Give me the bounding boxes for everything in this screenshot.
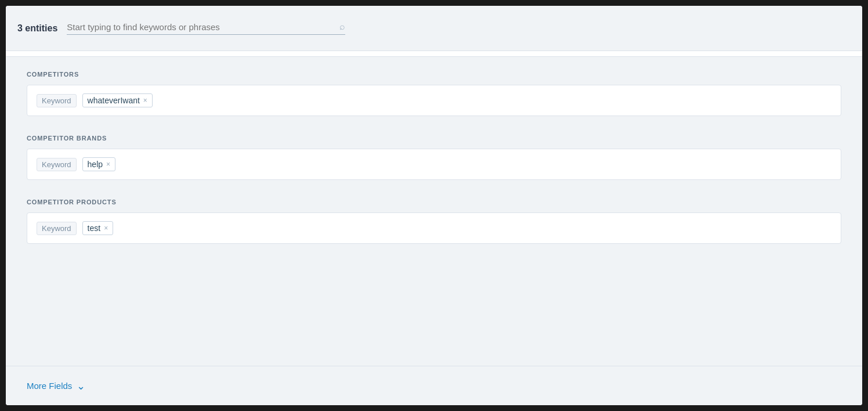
- content-area: COMPETITORS Keyword whateverIwant × COMP…: [6, 51, 862, 366]
- keyword-tag-test: test ×: [82, 221, 114, 235]
- keyword-tag-help: help ×: [82, 157, 115, 171]
- keyword-row-competitor-products: Keyword test ×: [27, 212, 841, 244]
- main-container: 3 entities ⌕ COMPETITORS Keyword whateve…: [6, 6, 862, 405]
- tag-text-whateveriwant: whateverIwant: [88, 96, 140, 105]
- search-icon: ⌕: [339, 21, 345, 32]
- tag-text-test: test: [88, 223, 101, 233]
- search-input[interactable]: [67, 22, 335, 32]
- section-title-competitor-brands: COMPETITOR BRANDS: [27, 135, 841, 142]
- chevron-down-icon: ⌄: [77, 380, 85, 392]
- more-fields-button[interactable]: More Fields ⌄: [27, 380, 85, 392]
- search-header: 3 entities ⌕: [6, 6, 862, 51]
- tag-remove-whateveriwant[interactable]: ×: [143, 97, 147, 104]
- keyword-row-competitors: Keyword whateverIwant ×: [27, 85, 841, 116]
- more-fields-label: More Fields: [27, 381, 72, 391]
- entity-count: 3 entities: [17, 23, 57, 34]
- keyword-label-competitors: Keyword: [37, 94, 77, 107]
- search-input-wrapper: ⌕: [67, 21, 345, 35]
- section-title-competitors: COMPETITORS: [27, 71, 841, 78]
- footer-bar: More Fields ⌄: [6, 366, 862, 405]
- section-competitors: COMPETITORS Keyword whateverIwant ×: [6, 57, 862, 121]
- tag-remove-help[interactable]: ×: [106, 161, 110, 168]
- keyword-row-competitor-brands: Keyword help ×: [27, 149, 841, 180]
- section-competitor-brands: COMPETITOR BRANDS Keyword help ×: [6, 121, 862, 185]
- section-title-competitor-products: COMPETITOR PRODUCTS: [27, 199, 841, 206]
- keyword-tag-whateveriwant: whateverIwant ×: [82, 93, 153, 107]
- section-competitor-products: COMPETITOR PRODUCTS Keyword test ×: [6, 185, 862, 248]
- tag-remove-test[interactable]: ×: [104, 225, 108, 232]
- tag-text-help: help: [88, 160, 103, 169]
- top-divider-bar: [6, 51, 862, 57]
- keyword-label-competitor-brands: Keyword: [37, 158, 77, 171]
- keyword-label-competitor-products: Keyword: [37, 222, 77, 235]
